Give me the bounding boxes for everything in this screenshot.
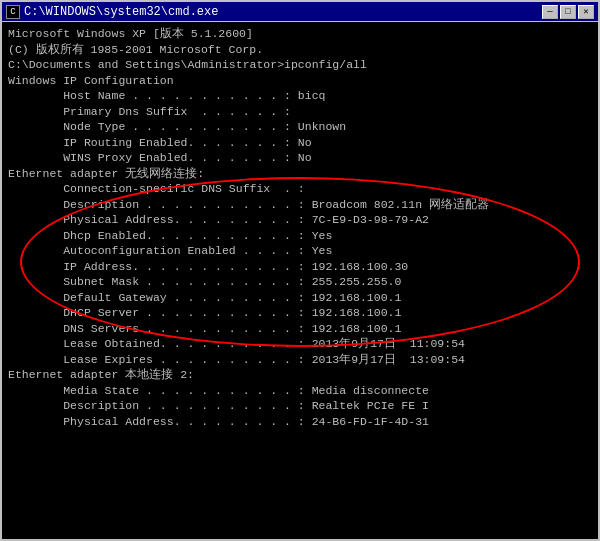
console-line: Description . . . . . . . . . . . : Broa… (8, 197, 592, 213)
close-button[interactable]: ✕ (578, 5, 594, 19)
console-line: Primary Dns Suffix . . . . . . : (8, 104, 592, 120)
minimize-button[interactable]: ─ (542, 5, 558, 19)
console-line: IP Routing Enabled. . . . . . . : No (8, 135, 592, 151)
title-bar: C C:\WINDOWS\system32\cmd.exe ─ □ ✕ (2, 2, 598, 22)
console-line: Dhcp Enabled. . . . . . . . . . . : Yes (8, 228, 592, 244)
console-line: (C) 版权所有 1985-2001 Microsoft Corp. (8, 42, 592, 58)
console-line: C:\Documents and Settings\Administrator>… (8, 57, 592, 73)
console-line: Ethernet adapter 无线网络连接: (8, 166, 592, 182)
console-line: Media State . . . . . . . . . . . : Medi… (8, 383, 592, 399)
console-line: DNS Servers . . . . . . . . . . . : 192.… (8, 321, 592, 337)
console-output: Microsoft Windows XP [版本 5.1.2600](C) 版权… (2, 22, 598, 539)
console-line: Host Name . . . . . . . . . . . : bicq (8, 88, 592, 104)
console-line: Windows IP Configuration (8, 73, 592, 89)
console-line: Node Type . . . . . . . . . . . : Unknow… (8, 119, 592, 135)
console-line: Physical Address. . . . . . . . . : 7C-E… (8, 212, 592, 228)
console-line: Description . . . . . . . . . . . : Real… (8, 398, 592, 414)
console-line: DHCP Server . . . . . . . . . . . : 192.… (8, 305, 592, 321)
console-line: Lease Obtained. . . . . . . . . . : 2013… (8, 336, 592, 352)
console-line: Default Gateway . . . . . . . . . : 192.… (8, 290, 592, 306)
console-line: IP Address. . . . . . . . . . . . : 192.… (8, 259, 592, 275)
maximize-button[interactable]: □ (560, 5, 576, 19)
console-line: Subnet Mask . . . . . . . . . . . : 255.… (8, 274, 592, 290)
console-line: Lease Expires . . . . . . . . . . : 2013… (8, 352, 592, 368)
cmd-icon: C (6, 5, 20, 19)
console-line: Autoconfiguration Enabled . . . . : Yes (8, 243, 592, 259)
console-line: Connection-specific DNS Suffix . : (8, 181, 592, 197)
cmd-window: C C:\WINDOWS\system32\cmd.exe ─ □ ✕ Micr… (0, 0, 600, 541)
console-line: Microsoft Windows XP [版本 5.1.2600] (8, 26, 592, 42)
window-title: C:\WINDOWS\system32\cmd.exe (24, 5, 218, 19)
console-line: Physical Address. . . . . . . . . : 24-B… (8, 414, 592, 430)
title-bar-buttons: ─ □ ✕ (542, 5, 594, 19)
console-line: Ethernet adapter 本地连接 2: (8, 367, 592, 383)
console-line: WINS Proxy Enabled. . . . . . . : No (8, 150, 592, 166)
title-bar-left: C C:\WINDOWS\system32\cmd.exe (6, 5, 218, 19)
